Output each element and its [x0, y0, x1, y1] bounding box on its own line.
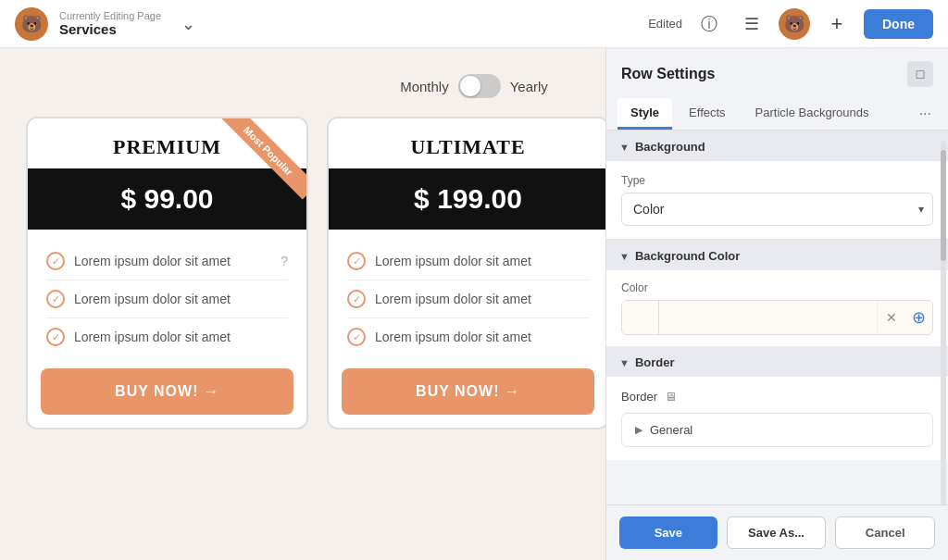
color-field-label: Color	[621, 281, 933, 294]
border-field-row: Border 🖥	[621, 390, 933, 404]
card-features: ✓ Lorem ipsum dolor sit amet ✓ Lorem ips…	[329, 230, 607, 368]
color-add-button[interactable]: ⊕	[904, 301, 932, 334]
check-icon: ✓	[347, 290, 366, 308]
premium-card: Most Popular PREMIUM $ 99.00 ✓ Lorem ips…	[26, 117, 308, 429]
check-icon: ✓	[347, 328, 366, 346]
bg-color-section-label: Background Color	[635, 249, 740, 263]
toggle-knob	[460, 76, 480, 96]
done-button[interactable]: Done	[864, 9, 933, 39]
check-icon: ✓	[347, 252, 366, 270]
color-text-input[interactable]	[659, 304, 877, 332]
border-section-label: Border	[635, 355, 675, 369]
menu-lines-button[interactable]: ☰	[736, 8, 767, 40]
ribbon: Most Popular	[214, 118, 306, 211]
panel-footer: Save Save As... Cancel	[606, 504, 948, 560]
billing-toggle[interactable]	[458, 74, 501, 98]
general-expand-icon: ▶	[635, 424, 642, 436]
check-icon: ✓	[46, 252, 65, 270]
border-section-header[interactable]: ▼ Border	[606, 346, 948, 377]
feature-text: Lorem ipsum dolor sit amet	[375, 254, 531, 268]
feature-text: Lorem ipsum dolor sit amet	[375, 330, 531, 344]
panel-scrollbar	[941, 141, 946, 504]
feature-text: Lorem ipsum dolor sit amet	[375, 292, 531, 306]
help-icon-button[interactable]: ⓘ	[693, 8, 725, 40]
check-icon: ✓	[46, 290, 65, 308]
feature-text: Lorem ipsum dolor sit amet	[74, 330, 231, 344]
bg-color-chevron-icon: ▼	[619, 251, 630, 262]
title-block: Currently Editing Page Services	[59, 10, 161, 37]
type-field-label: Type	[621, 174, 933, 187]
background-chevron-icon: ▼	[619, 142, 630, 153]
border-section-content: Border 🖥 ▶ General	[606, 377, 948, 460]
add-button[interactable]: +	[821, 8, 853, 40]
ribbon-text: Most Popular	[220, 118, 306, 199]
bg-color-section-content: Color ✕ ⊕	[606, 270, 948, 346]
general-label: General	[650, 423, 692, 437]
save-button[interactable]: Save	[619, 516, 717, 549]
tab-particle-backgrounds[interactable]: Particle Backgrounds	[742, 98, 882, 130]
general-row[interactable]: ▶ General	[621, 413, 933, 447]
buy-now-button[interactable]: BUY NOW! →	[342, 368, 594, 415]
feature-item: ✓ Lorem ipsum dolor sit amet ?	[46, 243, 288, 280]
save-as-button[interactable]: Save As...	[727, 516, 827, 549]
feature-item: ✓ Lorem ipsum dolor sit amet	[46, 280, 288, 318]
background-section-label: Background	[635, 140, 705, 154]
panel-minimize-button[interactable]: □	[907, 61, 933, 87]
feature-text: Lorem ipsum dolor sit amet	[74, 254, 231, 268]
editing-subtitle: Currently Editing Page	[59, 10, 161, 21]
feature-text: Lorem ipsum dolor sit amet	[74, 292, 231, 306]
tab-style[interactable]: Style	[617, 98, 672, 130]
panel-body: ▼ Background Type Color Gradient Image V…	[606, 131, 948, 504]
row-settings-panel: Row Settings □ Style Effects Particle Ba…	[605, 48, 948, 560]
buy-now-button[interactable]: BUY NOW! →	[41, 368, 293, 415]
main-area: Monthly Yearly Most Popular PREMIUM $ 99…	[0, 48, 948, 560]
yearly-label: Yearly	[510, 79, 548, 94]
page-dropdown-button[interactable]: ⌄	[172, 8, 204, 40]
page-title: Services	[59, 21, 161, 37]
feature-item: ✓ Lorem ipsum dolor sit amet	[46, 318, 288, 355]
border-field-label: Border	[621, 390, 657, 404]
type-select-wrapper: Color Gradient Image Video Slideshow ▾	[621, 193, 933, 226]
panel-scrollbar-thumb	[941, 150, 946, 261]
bg-color-section-header[interactable]: ▼ Background Color	[606, 240, 948, 270]
background-section-content: Type Color Gradient Image Video Slidesho…	[606, 161, 948, 240]
avatar: 🐻	[779, 8, 810, 40]
color-clear-button[interactable]: ✕	[877, 301, 904, 334]
color-swatch[interactable]	[622, 301, 659, 334]
cancel-button[interactable]: Cancel	[835, 516, 935, 549]
edited-status: Edited	[648, 17, 682, 31]
border-chevron-icon: ▼	[619, 357, 630, 368]
check-icon: ✓	[46, 328, 65, 346]
background-section-header[interactable]: ▼ Background	[606, 131, 948, 161]
tab-more-button[interactable]: ···	[914, 98, 937, 130]
ultimate-card: ULTIMATE $ 199.00 ✓ Lorem ipsum dolor si…	[327, 117, 609, 429]
card-price: $ 199.00	[329, 168, 607, 230]
card-features: ✓ Lorem ipsum dolor sit amet ? ✓ Lorem i…	[28, 230, 306, 368]
monthly-label: Monthly	[400, 79, 449, 94]
help-icon: ?	[281, 254, 288, 268]
panel-title: Row Settings	[621, 66, 715, 82]
card-name: ULTIMATE	[329, 135, 607, 159]
color-input-wrapper: ✕ ⊕	[621, 300, 933, 335]
border-responsive-icon: 🖥	[665, 390, 677, 404]
logo: 🐻	[15, 7, 48, 41]
panel-tabs: Style Effects Particle Backgrounds ···	[606, 98, 948, 131]
type-select[interactable]: Color Gradient Image Video Slideshow	[621, 193, 933, 226]
feature-item: ✓ Lorem ipsum dolor sit amet	[347, 318, 589, 355]
tab-effects[interactable]: Effects	[676, 98, 739, 130]
topbar: 🐻 Currently Editing Page Services ⌄ Edit…	[0, 0, 948, 48]
feature-item: ✓ Lorem ipsum dolor sit amet	[347, 243, 589, 280]
feature-item: ✓ Lorem ipsum dolor sit amet	[347, 280, 589, 318]
panel-header: Row Settings □	[606, 48, 948, 98]
card-header: ULTIMATE	[329, 118, 607, 159]
